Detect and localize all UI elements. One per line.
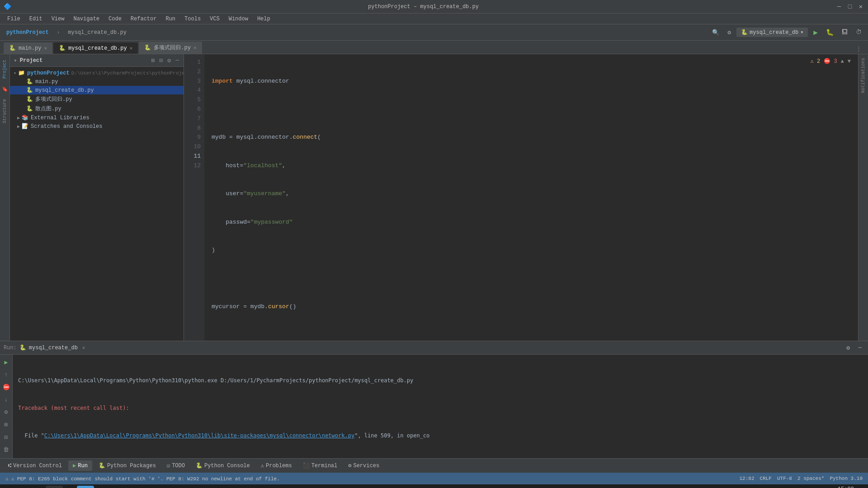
tab-close-main[interactable]: ✕ — [44, 45, 47, 51]
menu-view[interactable]: View — [48, 15, 68, 23]
maximize-button[interactable]: □ — [846, 3, 854, 10]
menu-edit[interactable]: Edit — [26, 15, 46, 23]
tree-external-libraries[interactable]: ▶ 📚 External Libraries — [10, 113, 184, 122]
toolbar-settings-icon[interactable]: ⚙ — [725, 28, 734, 38]
pycharm-taskbar-icon[interactable]: 🔷 — [46, 486, 63, 488]
tab-polynomial[interactable]: 🐍 多项式回归.py ✕ — [139, 42, 202, 54]
menu-navigate[interactable]: Navigate — [70, 15, 103, 23]
sidebar-project-icon[interactable]: Project — [1, 58, 8, 80]
menu-vcs[interactable]: VCS — [206, 15, 223, 23]
vc-icon: ⑆ — [8, 463, 11, 469]
todo-icon: ☑ — [167, 462, 170, 469]
line-num-8: 8 — [184, 124, 201, 133]
taskbar: ⊞ 🔍 ⧉ 🔷 ⚙ 🐍 ∧ 📶 🔊 英 15:09 2022/7/29 🔔 — [0, 484, 868, 488]
bottom-tab-python-console[interactable]: 🐍 Python Console — [191, 460, 255, 471]
problems-label: Problems — [266, 463, 292, 469]
status-indent[interactable]: 2 spaces* — [797, 476, 824, 481]
terminal-icon: ⬛ — [303, 462, 310, 469]
bottom-tab-services[interactable]: ⚙ Services — [344, 460, 384, 471]
run-left-tools: ▶ ↑ ⛔ ↓ ⚙ ⊞ ⊟ 🗑 — [0, 355, 13, 458]
run-file-link[interactable]: C:\Users\1\AppData\Local\Programs\Python… — [44, 432, 354, 439]
project-settings-icon[interactable]: ⚙ — [166, 56, 172, 65]
run-tool-3[interactable]: ⚙ — [3, 407, 9, 417]
run-tool-5[interactable]: ⊟ — [3, 432, 9, 442]
run-panel-settings-icon[interactable]: ⚙ — [844, 343, 853, 353]
scratches-icon: 📝 — [22, 123, 28, 130]
run-traceback-header: Traceback (most recent call last): — [18, 404, 863, 413]
menu-refactor[interactable]: Refactor — [127, 15, 160, 23]
run-config-icon: 🐍 — [741, 29, 748, 36]
code-editor[interactable]: 1 2 3 4 5 6 7 8 9 10 11 12 import mysql.… — [184, 54, 858, 341]
sidebar-structure-icon[interactable]: Structure — [1, 97, 8, 125]
bottom-tab-problems[interactable]: ⚠ Problems — [256, 460, 297, 471]
code-content[interactable]: import mysql.connector mydb = mysql.conn… — [204, 54, 858, 341]
tree-main-py[interactable]: 🐍 main.py — [10, 77, 184, 86]
tab-label-poly: 多项式回归.py — [154, 44, 191, 52]
menu-tools[interactable]: Tools — [181, 15, 204, 23]
nav-down-icon[interactable]: ▼ — [848, 58, 851, 65]
run-button[interactable]: ▶ — [811, 27, 821, 38]
bottom-tab-version-control[interactable]: ⑆ Version Control — [4, 461, 66, 471]
tree-scratches-consoles[interactable]: ▶ 📝 Scratches and Consoles — [10, 122, 184, 131]
project-collapse-icon[interactable]: ⊟ — [159, 56, 164, 65]
tab-main-py[interactable]: 🐍 main.py ✕ — [4, 42, 52, 54]
menu-run[interactable]: Run — [162, 15, 179, 23]
debug-button[interactable]: 🐛 — [823, 27, 836, 38]
sidebar-bookmark-icon[interactable]: 🔖 — [1, 84, 9, 94]
profile-button[interactable]: ⏱ — [853, 28, 864, 37]
scroll-down-button[interactable]: ↓ — [3, 395, 9, 404]
status-encoding[interactable]: UTF-8 — [777, 476, 792, 481]
run-configuration[interactable]: 🐍 mysql_create_db ▾ — [736, 28, 808, 37]
title-bar-left: 🔷 — [4, 3, 11, 10]
vc-label: Version Control — [13, 463, 62, 469]
tab-mysql-create-db[interactable]: 🐍 mysql_create_db.py ✕ — [53, 42, 138, 54]
close-button[interactable]: ✕ — [857, 3, 864, 10]
tree-scatter[interactable]: 🐍 散点图.py — [10, 104, 184, 113]
tab-close-mysql[interactable]: ✕ — [130, 45, 133, 51]
run-panel-close-icon[interactable]: ─ — [855, 343, 864, 353]
project-tree: ▾ 📁 pythonProject D:\Users\1\PycharmProj… — [10, 67, 184, 341]
nav-up-icon[interactable]: ▲ — [841, 58, 844, 65]
toolbar-search-icon[interactable]: 🔍 — [709, 28, 722, 38]
tree-mysql-create-db[interactable]: 🐍 mysql_create_db.py — [10, 86, 184, 94]
tab-close-poly[interactable]: ✕ — [193, 45, 197, 51]
project-sync-icon[interactable]: ⊞ — [151, 56, 156, 65]
clock[interactable]: 15:09 2022/7/29 — [825, 486, 854, 488]
status-warning-icon: ⚠ — [5, 476, 9, 482]
project-panel-header: ▾ Project ⊞ ⊟ ⚙ ─ — [10, 54, 184, 67]
run-tab-close[interactable]: ✕ — [82, 345, 85, 351]
bottom-tab-python-packages[interactable]: 🐍 Python Packages — [94, 460, 160, 471]
tree-root[interactable]: ▾ 📁 pythonProject D:\Users\1\PycharmProj… — [10, 69, 184, 77]
menu-window[interactable]: Window — [225, 15, 252, 23]
project-minimize-icon[interactable]: ─ — [175, 56, 180, 65]
scroll-up-button[interactable]: ↑ — [3, 370, 9, 380]
line-num-9: 9 — [184, 133, 201, 142]
coverage-button[interactable]: ⛾ — [839, 28, 850, 37]
status-line-ending[interactable]: CRLF — [760, 476, 772, 481]
python-taskbar-icon[interactable]: 🐍 — [77, 486, 94, 488]
start-button[interactable]: ⊞ — [4, 486, 14, 488]
tree-polynomial[interactable]: 🐍 多项式回归.py — [10, 94, 184, 104]
tab-options-button[interactable]: ⋮ — [853, 44, 864, 54]
menu-file[interactable]: File — [4, 15, 24, 23]
code-line-2 — [212, 105, 858, 114]
run-panel-body: ▶ ↑ ⛔ ↓ ⚙ ⊞ ⊟ 🗑 C:\Users\1\AppData\Local… — [0, 355, 868, 458]
stop-button[interactable]: ⛔ — [1, 382, 11, 392]
bottom-tab-terminal[interactable]: ⬛ Terminal — [298, 460, 342, 471]
code-line-9: mycursor = mydb.cursor() — [212, 302, 858, 312]
bottom-tab-run[interactable]: ▶ Run — [68, 460, 92, 471]
menu-bar: File Edit View Navigate Code Refactor Ru… — [0, 14, 868, 24]
status-position[interactable]: 12:82 — [740, 476, 755, 481]
menu-code[interactable]: Code — [105, 15, 125, 23]
right-sidebar-icon[interactable]: Notifications — [861, 58, 866, 93]
status-python[interactable]: Python 3.10 — [830, 476, 863, 481]
run-tool-6[interactable]: 🗑 — [2, 445, 10, 455]
bottom-tab-todo[interactable]: ☑ TODO — [162, 460, 189, 471]
minimize-button[interactable]: ─ — [835, 3, 843, 10]
ext-lib-label: External Libraries — [31, 115, 90, 121]
project-fold-icon[interactable]: ▾ — [14, 57, 17, 64]
rerun-button[interactable]: ▶ — [3, 357, 9, 367]
run-tool-4[interactable]: ⊞ — [3, 420, 9, 430]
menu-help[interactable]: Help — [254, 15, 274, 23]
run-panel-header: Run: 🐍 mysql_create_db ✕ ⚙ ─ — [0, 341, 868, 355]
